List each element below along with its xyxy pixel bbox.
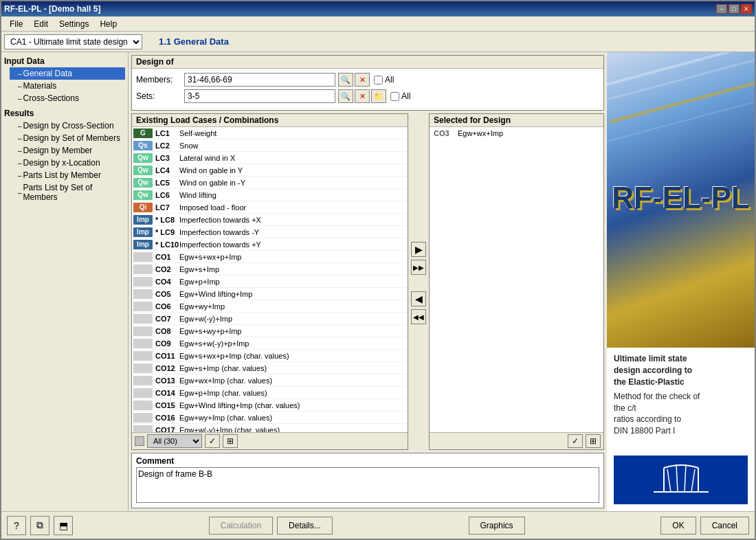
list-item[interactable]: CO12 Egw+s+Imp (char. values) (132, 362, 408, 374)
list-item[interactable]: Qw LC5 Wind on gable in -Y (132, 177, 408, 189)
sets-label: Sets: (136, 91, 184, 101)
sets-select-icon[interactable]: 🔍 (338, 89, 353, 103)
list-item[interactable]: Qw LC4 Wind on gable in Y (132, 164, 408, 177)
list-item[interactable]: CO2 Egw+s+Imp (132, 263, 408, 275)
load-id: LC2 (155, 142, 179, 150)
section-title: 1.1 General Data (159, 36, 229, 47)
load-list-scroll[interactable]: G LC1 Self-weight Qs LC2 Snow Qw LC3 Lat… (132, 127, 408, 432)
list-item[interactable]: CO14 Egw+p+Imp (char. values) (132, 387, 408, 399)
description-area: Ultimate limit state design according to… (607, 348, 755, 442)
list-item[interactable]: Qs LC2 Snow (132, 139, 408, 152)
load-badge: Qw (133, 166, 153, 175)
right-panel-container: RF-EL-PL Ultimate limit state design acc… (607, 52, 755, 511)
all-badge (135, 436, 144, 446)
case-dropdown[interactable]: CA1 - Ultimate limit state design (4, 34, 142, 49)
design-of-title: Design of (132, 56, 603, 69)
sets-buttons: 🔍 ✕ 📁 (338, 89, 386, 103)
graphics-button[interactable]: Graphics (469, 517, 525, 535)
list-item[interactable]: CO13 Egw+wx+Imp (char. values) (132, 374, 408, 387)
list-item[interactable]: Qw LC3 Lateral wind in X (132, 152, 408, 164)
load-name: Egw+wy+Imp (179, 302, 406, 311)
arrow-left-double-button[interactable]: ◀◀ (411, 309, 426, 324)
load-badge (133, 302, 153, 311)
list-item[interactable]: CO9 Egw+s+w(-y)+p+Imp (132, 337, 408, 350)
list-item[interactable]: Imp * LC9 Imperfection towards -Y (132, 226, 408, 238)
sidebar-item-design-set-members[interactable]: Design by Set of Members (10, 132, 125, 144)
list-item[interactable]: Qi LC7 Imposed load - floor (132, 201, 408, 214)
load-id: LC5 (155, 179, 179, 187)
arrow-left-button[interactable]: ◀ (411, 291, 426, 306)
menu-help[interactable]: Help (94, 18, 122, 30)
list-item[interactable]: CO15 Egw+Wind lifting+Imp (char. values) (132, 399, 408, 412)
sidebar-item-materials[interactable]: Materials (10, 80, 125, 92)
sidebar-item-cross-sections[interactable]: Cross-Sections (10, 92, 125, 104)
selected-header: Selected for Design (430, 114, 603, 127)
list-item[interactable]: Imp * LC10 Imperfection towards +Y (132, 238, 408, 251)
sets-delete-icon[interactable]: ✕ (355, 89, 370, 103)
maximize-button[interactable]: □ (729, 4, 740, 14)
export-button[interactable]: ⬒ (54, 516, 73, 535)
menu-settings[interactable]: Settings (54, 18, 94, 30)
load-cases-header: Existing Load Cases / Combinations (132, 114, 408, 127)
members-all-check[interactable] (374, 76, 383, 85)
ok-button[interactable]: OK (660, 517, 696, 535)
list-item[interactable]: CO8 Egw+s+wy+p+Imp (132, 325, 408, 337)
list-item[interactable]: Qw LC6 Wind lifting (132, 189, 408, 201)
list-item[interactable]: CO11 Egw+s+wx+p+Imp (char. values) (132, 350, 408, 362)
list-item[interactable]: CO16 Egw+wy+Imp (char. values) (132, 412, 408, 424)
sidebar-item-general-data[interactable]: General Data (10, 67, 125, 80)
selected-grid-btn[interactable]: ⊞ (586, 434, 601, 448)
load-id: LC7 (155, 203, 179, 212)
arrow-right-button[interactable]: ▶ (411, 242, 426, 257)
sets-folder-icon[interactable]: 📁 (371, 89, 386, 103)
calculation-button[interactable]: Calculation (209, 517, 273, 535)
selected-item-id: CO3 (434, 129, 458, 137)
load-badge (133, 252, 153, 262)
sets-all-check[interactable] (390, 92, 399, 101)
load-id: * LC10 (155, 240, 179, 249)
list-item[interactable]: CO17 Egw+w(-y)+Imp (char. values) (132, 424, 408, 432)
sidebar-item-parts-list-set[interactable]: Parts List by Set of Members (10, 181, 125, 203)
cancel-button[interactable]: Cancel (700, 517, 749, 535)
grid-icon-btn[interactable]: ⊞ (223, 434, 238, 448)
arrow-right-double-button[interactable]: ▶▶ (411, 260, 426, 275)
members-select-icon[interactable]: 🔍 (338, 73, 353, 87)
load-id: CO12 (155, 364, 179, 372)
comment-textarea[interactable]: Design of frame B-B (136, 467, 599, 503)
load-name: Egw+s+Imp (char. values) (179, 364, 406, 372)
menu-edit[interactable]: Edit (28, 18, 54, 30)
sidebar-item-design-member[interactable]: Design by Member (10, 144, 125, 157)
menu-file[interactable]: File (4, 18, 28, 30)
list-item[interactable]: CO1 Egw+s+wx+p+Imp (132, 251, 408, 263)
list-item[interactable]: CO7 Egw+w(-y)+Imp (132, 313, 408, 325)
sidebar-item-parts-list-member[interactable]: Parts List by Member (10, 169, 125, 181)
sidebar-item-design-cross-section[interactable]: Design by Cross-Section (10, 120, 125, 132)
check-icon-btn[interactable]: ✓ (205, 434, 220, 448)
load-id: LC1 (155, 129, 179, 137)
list-item[interactable]: CO5 Egw+Wind lifting+Imp (132, 288, 408, 300)
window-title: RF-EL-PL - [Demo hall 5] (4, 4, 100, 14)
help-button[interactable]: ? (7, 516, 26, 535)
load-badge: Qw (133, 153, 153, 163)
members-input[interactable] (184, 73, 335, 87)
load-id: CO1 (155, 253, 179, 261)
all-dropdown[interactable]: All (30) (147, 434, 202, 448)
minimize-button[interactable]: – (716, 4, 727, 14)
selected-check-btn[interactable]: ✓ (568, 434, 583, 448)
bridge-logo-area (614, 455, 748, 504)
list-item[interactable]: G LC1 Self-weight (132, 127, 408, 139)
details-button[interactable]: Details... (277, 517, 333, 535)
list-item[interactable]: CO6 Egw+wy+Imp (132, 300, 408, 313)
load-name: Egw+wx+Imp (char. values) (179, 376, 406, 385)
copy-button[interactable]: ⧉ (30, 516, 49, 535)
members-delete-icon[interactable]: ✕ (355, 73, 370, 87)
sidebar-item-design-x-location[interactable]: Design by x-Location (10, 157, 125, 169)
list-item[interactable]: CO4 Egw+p+Imp (132, 275, 408, 288)
list-item[interactable]: Imp * LC8 Imperfection towards +X (132, 214, 408, 226)
load-badge (133, 413, 153, 423)
load-badge (133, 339, 153, 348)
sets-input[interactable] (184, 89, 335, 103)
selected-list[interactable]: CO3 Egw+wx+Imp (430, 127, 603, 432)
close-button[interactable]: ✕ (741, 4, 752, 14)
load-name: Wind on gable in Y (179, 166, 406, 175)
